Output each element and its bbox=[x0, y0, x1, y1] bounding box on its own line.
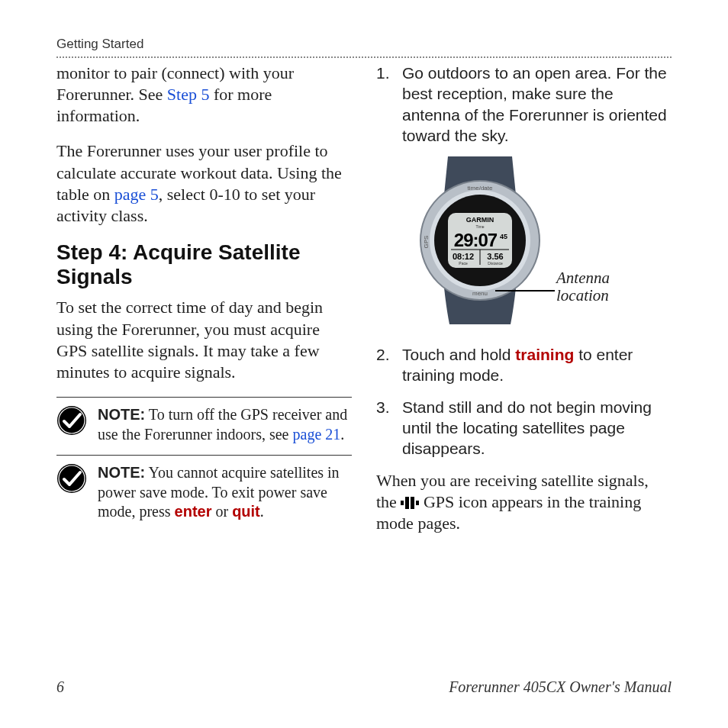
text: location bbox=[556, 286, 609, 304]
step-item-2: Touch and hold training to enter trainin… bbox=[376, 344, 672, 386]
keyword-quit: quit bbox=[232, 503, 260, 520]
watch-distance: 3.56 bbox=[487, 252, 503, 261]
note-block-1: NOTE: To turn off the GPS receiver and u… bbox=[56, 397, 352, 444]
note-label: NOTE: bbox=[98, 406, 145, 423]
header-rule bbox=[56, 56, 672, 58]
antenna-callout-line bbox=[495, 290, 555, 292]
step-4-body: To set the correct time of day and begin… bbox=[56, 297, 352, 383]
intro-paragraph-2: The Forerunner uses your user profile to… bbox=[56, 140, 352, 227]
watch-figure: time/date GPS menu GARMIN Time 29:07 45 … bbox=[376, 156, 672, 332]
link-page-5[interactable]: page 5 bbox=[114, 185, 159, 204]
note-2-text: NOTE: You cannot acquire satellites in p… bbox=[98, 463, 352, 522]
link-step-5[interactable]: Step 5 bbox=[167, 85, 210, 104]
bezel-top-label: time/date bbox=[468, 185, 493, 192]
note-check-icon bbox=[56, 405, 87, 436]
svg-rect-14 bbox=[416, 501, 419, 505]
keyword-training: training bbox=[515, 346, 574, 363]
watch-time-sec: 45 bbox=[500, 233, 507, 240]
svg-rect-11 bbox=[401, 501, 404, 505]
steps-list: Go outdoors to an open area. For the bes… bbox=[376, 63, 672, 146]
svg-point-0 bbox=[57, 406, 86, 435]
manual-title: Forerunner 405CX Owner's Manual bbox=[449, 678, 672, 696]
page-footer: 6 Forerunner 405CX Owner's Manual bbox=[56, 678, 672, 696]
link-page-21[interactable]: page 21 bbox=[293, 426, 341, 443]
two-column-layout: monitor to pair (connect) with your Fore… bbox=[56, 63, 672, 548]
page-number: 6 bbox=[56, 678, 64, 696]
running-head: Getting Started bbox=[56, 37, 672, 56]
svg-point-2 bbox=[57, 464, 86, 493]
forerunner-watch-icon: time/date GPS menu GARMIN Time 29:07 45 … bbox=[404, 156, 556, 324]
note-label: NOTE: bbox=[98, 464, 145, 481]
closing-paragraph: When you are receiving satellite signals… bbox=[376, 470, 672, 534]
text: . bbox=[340, 426, 344, 443]
steps-list-continued: Touch and hold training to enter trainin… bbox=[376, 344, 672, 459]
svg-rect-13 bbox=[411, 497, 414, 509]
watch-time-main: 29:07 bbox=[454, 230, 498, 250]
watch-distance-label: Distance bbox=[488, 261, 503, 266]
note-1-text: NOTE: To turn off the GPS receiver and u… bbox=[98, 405, 352, 444]
right-column: Go outdoors to an open area. For the bes… bbox=[376, 63, 672, 548]
bezel-bottom-label: menu bbox=[472, 290, 488, 297]
watch-time-label: Time bbox=[476, 224, 485, 229]
note-block-2: NOTE: You cannot acquire satellites in p… bbox=[56, 455, 352, 522]
manual-page: Getting Started monitor to pair (connect… bbox=[0, 0, 728, 728]
text: . bbox=[260, 503, 264, 520]
bezel-left-label: GPS bbox=[423, 236, 430, 249]
text: Antenna bbox=[556, 269, 610, 287]
antenna-label: Antenna location bbox=[556, 269, 610, 304]
text: Touch and hold bbox=[402, 346, 515, 363]
gps-signal-icon bbox=[401, 497, 419, 509]
text: or bbox=[211, 503, 232, 520]
step-item-3: Stand still and do not begin moving unti… bbox=[376, 397, 672, 459]
intro-paragraph-1: monitor to pair (connect) with your Fore… bbox=[56, 63, 352, 127]
step-4-heading: Step 4: Acquire Satellite Signals bbox=[56, 240, 352, 289]
left-column: monitor to pair (connect) with your Fore… bbox=[56, 63, 352, 548]
keyword-enter: enter bbox=[175, 503, 212, 520]
watch-pace: 08:12 bbox=[453, 252, 474, 261]
watch-brand: GARMIN bbox=[466, 216, 494, 224]
watch-pace-label: Pace bbox=[459, 261, 468, 266]
step-item-1: Go outdoors to an open area. For the bes… bbox=[376, 63, 672, 146]
note-check-icon bbox=[56, 463, 87, 494]
svg-rect-12 bbox=[405, 497, 409, 509]
